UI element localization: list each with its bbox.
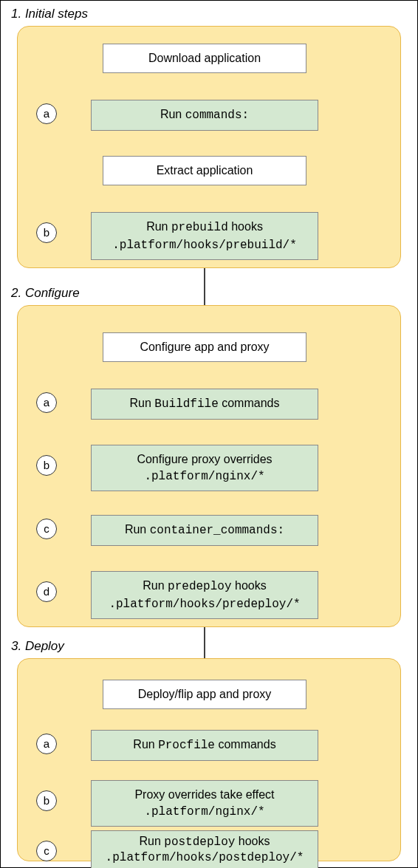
step-text: Download application <box>148 52 261 64</box>
step-text-post: hooks <box>235 835 270 847</box>
step-deploy-flip: Deploy/flip app and proxy <box>103 680 306 709</box>
step-run-container-commands: Run container_commands: <box>91 515 318 546</box>
section-2-title: 2. Configure <box>11 286 80 301</box>
step-proxy-overrides-effect: Proxy overrides take effect .platform/ng… <box>91 780 318 827</box>
bullet-3b: b <box>36 790 57 811</box>
step-subtext: .platform/hooks/prebuild/* <box>112 239 297 252</box>
bullet-2d: d <box>36 581 57 602</box>
step-text-post: hooks <box>232 579 267 592</box>
step-text-mid: container_commands: <box>150 524 284 537</box>
step-text: Extract application <box>157 164 253 177</box>
step-subtext: .platform/hooks/predeploy/* <box>109 598 300 611</box>
step-text-mid: postdeploy <box>164 835 235 849</box>
step-text-post: commands <box>219 397 280 409</box>
step-configure-app-proxy: Configure app and proxy <box>103 332 306 362</box>
section-3-title: 3. Deploy <box>11 639 64 654</box>
flow-diagram: 1. Initial steps Download application a … <box>0 0 418 868</box>
bullet-2b: b <box>36 455 57 476</box>
step-run-commands: Run commands: <box>91 100 318 131</box>
step-run-predeploy-hooks: Run predeploy hooks .platform/hooks/pred… <box>91 571 318 619</box>
bullet-2a: a <box>36 392 57 413</box>
step-text: Configure proxy overrides <box>137 453 272 465</box>
step-text-mid: predeploy <box>168 580 231 593</box>
step-text-pre: Run <box>140 835 165 847</box>
bullet-1a: a <box>36 103 57 124</box>
step-text: Proxy overrides take effect <box>134 788 274 801</box>
step-text-pre: Run <box>160 108 185 120</box>
step-subtext: .platform/nginx/* <box>144 805 264 819</box>
step-run-buildfile: Run Buildfile commands <box>91 389 318 420</box>
step-download-application: Download application <box>103 44 306 73</box>
step-text-mid: Buildfile <box>154 397 218 411</box>
step-text: Configure app and proxy <box>140 341 269 353</box>
step-subtext: .platform/nginx/* <box>144 470 264 483</box>
step-text-post: hooks <box>228 220 263 233</box>
section-1-title: 1. Initial steps <box>11 7 88 21</box>
step-text-pre: Run <box>143 579 168 592</box>
step-text-pre: Run <box>133 738 158 751</box>
bullet-3a: a <box>36 734 57 754</box>
step-text-post: commands <box>215 738 276 751</box>
bullet-3c: c <box>36 841 57 861</box>
bullet-1b: b <box>36 222 57 243</box>
step-run-procfile: Run Procfile commands <box>91 730 318 761</box>
step-run-postdeploy-hooks: Run postdeploy hooks .platform/hooks/pos… <box>91 830 318 868</box>
step-text-mid: Procfile <box>158 739 215 752</box>
step-text-pre: Run <box>146 220 171 233</box>
step-text-pre: Run <box>125 523 150 536</box>
step-run-prebuild-hooks: Run prebuild hooks .platform/hooks/prebu… <box>91 212 318 260</box>
step-text-mid: commands: <box>185 109 249 122</box>
step-text: Deploy/flip app and proxy <box>138 688 272 700</box>
bullet-2c: c <box>36 519 57 539</box>
step-text-pre: Run <box>130 397 155 409</box>
step-extract-application: Extract application <box>103 156 306 185</box>
step-configure-proxy-overrides: Configure proxy overrides .platform/ngin… <box>91 445 318 491</box>
step-text-mid: prebuild <box>171 221 228 234</box>
step-subtext: .platform/hooks/postdeploy/* <box>106 851 304 864</box>
